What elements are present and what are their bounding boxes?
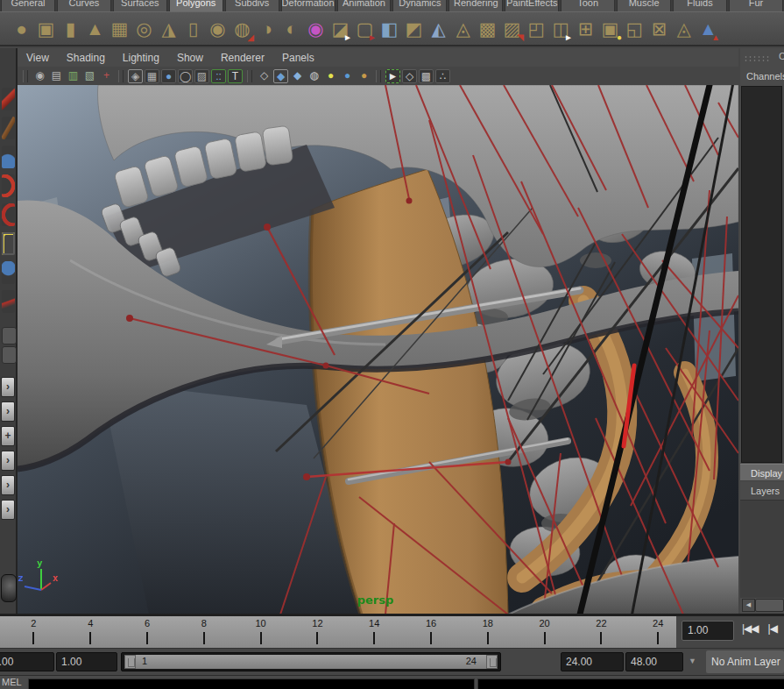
heads-up-display-icon[interactable]: T	[228, 69, 243, 83]
quad-draw-icon[interactable]: ◱	[624, 15, 646, 43]
quick-layout-single[interactable]: ›	[1, 377, 15, 397]
isolate-select-icon[interactable]: ◇	[402, 69, 417, 83]
poly-pyramid-icon[interactable]: ◮	[158, 15, 180, 43]
poly-pipe-icon[interactable]: ▯	[182, 15, 204, 43]
rotate-tool-icon[interactable]	[2, 203, 15, 226]
shelf-tab-general[interactable]: General	[1, 0, 55, 11]
highlight-selection-icon[interactable]: ►	[385, 69, 400, 83]
shelf-tab-curves[interactable]: Curves	[57, 0, 111, 11]
layers-menu[interactable]: Layers	[740, 483, 784, 500]
lasso-tool-icon[interactable]	[2, 117, 15, 139]
quick-layout-persp-outliner[interactable]: +	[1, 426, 15, 446]
quick-layout-hypershade[interactable]: ›	[1, 475, 15, 495]
playback-end-field[interactable]: 24.00	[561, 652, 624, 671]
shelf-tab-muscle[interactable]: Muscle	[617, 0, 671, 11]
shelf-tab-dynamics[interactable]: Dynamics	[392, 0, 447, 11]
shelf-tab-fur[interactable]: Fur	[729, 0, 783, 11]
safe-action-icon[interactable]: ▨	[194, 69, 209, 83]
viewport-menu-lighting[interactable]: Lighting	[123, 52, 159, 64]
film-gate-icon[interactable]: ◈	[128, 69, 143, 83]
field-chart-icon[interactable]: ◯	[178, 69, 193, 83]
range-slider[interactable]: 1 24	[121, 652, 501, 671]
shelf-tab-fluids[interactable]: Fluids	[673, 0, 727, 11]
shelf-tab-polygons[interactable]: Polygons	[169, 0, 223, 11]
viewport-menu-shading[interactable]: Shading	[67, 52, 105, 64]
viewport-menu-view[interactable]: View	[26, 52, 49, 64]
soft-mod-tool-icon[interactable]	[2, 261, 15, 284]
panel-drag-grip[interactable]	[744, 55, 770, 61]
xray-icon[interactable]: ▩	[419, 69, 434, 83]
poly-cone-icon[interactable]: ▲	[84, 15, 106, 43]
show-manipulator-tool-icon[interactable]	[2, 290, 15, 313]
shelf-tab-rendering[interactable]: Rendering	[449, 0, 503, 11]
use-default-material-icon[interactable]: ◍	[307, 69, 321, 83]
layout-thumbnail[interactable]	[1, 574, 17, 602]
command-line-language-label[interactable]: MEL	[2, 677, 22, 687]
anim-layer-dropdown-icon[interactable]: ▼	[689, 657, 696, 665]
quick-layout-custom[interactable]: ›	[1, 500, 15, 520]
crease-tool-icon[interactable]: ◰	[526, 15, 547, 43]
command-line-input[interactable]	[28, 678, 475, 689]
poly-cube-icon[interactable]: ▣	[35, 15, 57, 43]
anim-layer-selector[interactable]: No Anim Layer	[706, 650, 784, 673]
merge-vertices-icon[interactable]: ⊞	[575, 15, 597, 43]
lighting-none-icon[interactable]: ●	[357, 69, 371, 83]
multi-cut-icon[interactable]: ⊠	[648, 15, 670, 43]
animation-end-field[interactable]: 48.00	[625, 652, 683, 671]
mirror-geometry-icon[interactable]: ◑	[256, 15, 278, 43]
shelf-tab-painteffects[interactable]: PaintEffects	[505, 0, 559, 11]
lighting-all-icon[interactable]: ●	[323, 69, 338, 83]
camera-icon[interactable]: ◉	[32, 69, 47, 83]
go-to-start-button[interactable]: |◀◀	[742, 622, 759, 635]
share-nodes-icon[interactable]: ∴	[435, 69, 450, 83]
uv-sphere-projection-icon[interactable]: ◉	[305, 15, 327, 43]
image-plane-icon[interactable]: ▧	[82, 69, 97, 83]
viewport-menu-show[interactable]: Show	[177, 52, 203, 64]
last-tool-slot-1[interactable]	[2, 327, 17, 344]
smooth-mesh-icon[interactable]: ▲▲	[697, 15, 719, 43]
poly-plane-icon[interactable]: ▦	[109, 15, 131, 43]
quick-layout-four-pane[interactable]: ›	[1, 401, 15, 422]
smooth-shade-icon[interactable]: ◆	[273, 69, 288, 83]
last-tool-slot-2[interactable]	[2, 346, 17, 364]
paint-select-tool-icon[interactable]	[2, 146, 15, 168]
append-polygon-icon[interactable]: ◩	[403, 15, 425, 43]
resolution-gate-icon[interactable]: ▦	[145, 69, 159, 83]
animation-start-field[interactable]: 1.00	[0, 652, 54, 671]
extract-face-icon[interactable]: ▨◥	[501, 15, 523, 43]
cut-faces-icon[interactable]: ◫►	[550, 15, 572, 43]
quick-layout-persp-graph[interactable]: ›	[1, 451, 15, 471]
slide-edge-tool-icon[interactable]: ◪►	[329, 15, 351, 43]
scroll-left-button[interactable]: ◀	[742, 599, 755, 612]
channel-box-list[interactable]	[741, 86, 782, 463]
scale-tool-icon[interactable]	[2, 232, 15, 255]
duplicate-face-icon[interactable]: ▩	[477, 15, 498, 43]
viewport-menu-renderer[interactable]: Renderer	[221, 52, 265, 64]
horizontal-scrollbar-thumb[interactable]	[755, 599, 784, 612]
wireframe-icon[interactable]: ◇	[257, 69, 272, 83]
move-tool-icon[interactable]	[2, 174, 15, 197]
wedge-face-icon[interactable]: ◭	[427, 15, 449, 43]
shelf-tab-subdivs[interactable]: Subdivs	[225, 0, 279, 11]
textured-icon[interactable]: ◆	[290, 69, 305, 83]
range-slider-bar[interactable]: 1 24	[124, 655, 498, 669]
shelf-tab-deformation[interactable]: Deformation	[281, 0, 335, 11]
target-weld-icon[interactable]: ▣●	[599, 15, 621, 43]
current-time-field[interactable]: 1.00	[682, 621, 734, 641]
tab-display[interactable]: Display	[740, 464, 784, 481]
lighting-default-icon[interactable]: ●	[340, 69, 355, 83]
smooth-proxy-icon[interactable]: ◐	[280, 15, 302, 43]
shelf-tab-surfaces[interactable]: Surfaces	[113, 0, 167, 11]
poly-helix-icon[interactable]: ◉	[207, 15, 229, 43]
split-polygon-icon[interactable]: ◧	[378, 15, 400, 43]
playback-start-field[interactable]: 1.00	[56, 652, 117, 671]
poly-sphere-icon[interactable]: ●	[11, 15, 32, 43]
sculpt-geometry-icon[interactable]: ◍◢	[231, 15, 253, 43]
camera-attributes-icon[interactable]: ▤	[49, 69, 64, 83]
step-back-button[interactable]: |◀	[768, 622, 777, 635]
layer-list[interactable]	[740, 500, 784, 598]
select-tool-icon[interactable]	[2, 88, 15, 110]
bevel-icon[interactable]: ◬	[452, 15, 474, 43]
range-end-handle[interactable]	[486, 655, 498, 669]
bookmark-icon[interactable]: ▥	[66, 69, 81, 83]
